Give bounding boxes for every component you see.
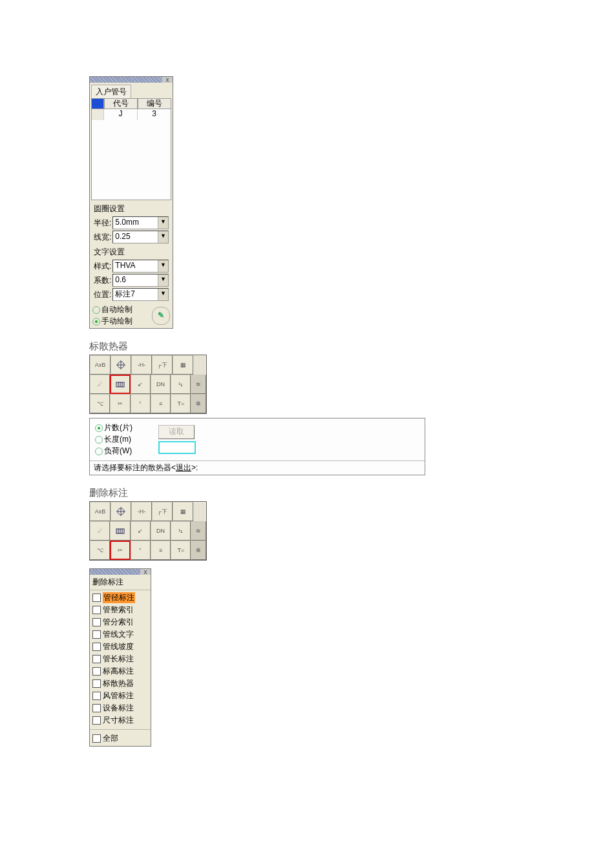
linewidth-value: 0.25 xyxy=(113,231,158,243)
tool-note-icon[interactable]: ᵗ xyxy=(131,394,151,413)
tool-radiator-icon[interactable] xyxy=(110,521,130,541)
checkbox-icon[interactable] xyxy=(92,606,101,614)
annotation-toolbar-1: AxB -H- ┌下 ▦ ☄ ↙ DN ¹₁ ≋ ⌥ ✂ ᵗ ≡ T= ✼ xyxy=(89,355,207,414)
tool-h-icon[interactable]: -H- xyxy=(131,355,152,375)
tool-erase-icon[interactable]: ✂ xyxy=(110,394,130,413)
manual-draw-radio[interactable]: 手动绘制 xyxy=(92,316,132,327)
position-label: 位置: xyxy=(94,289,111,300)
tool-11-icon[interactable]: ¹₁ xyxy=(171,375,191,394)
checkbox-icon[interactable] xyxy=(92,704,101,712)
checkbox-icon[interactable] xyxy=(92,679,101,688)
tool-grid-icon[interactable]: ▦ xyxy=(173,355,193,375)
tool-room-icon[interactable]: ☄ xyxy=(90,375,110,394)
load-label: 负荷(W) xyxy=(104,446,132,457)
tool-target-icon[interactable] xyxy=(111,355,131,375)
read-input[interactable] xyxy=(158,441,196,454)
tool-dn-icon[interactable]: DN xyxy=(151,375,171,394)
tool-floor-icon[interactable]: ⌥ xyxy=(90,541,110,560)
group-title: 文字设置 xyxy=(91,245,171,259)
check-item[interactable]: 管整索引 xyxy=(92,604,148,615)
titlebar-grip[interactable]: x xyxy=(90,569,151,575)
tool-leader-icon[interactable]: ↙ xyxy=(131,521,151,541)
check-item[interactable]: 管分索引 xyxy=(92,617,148,628)
tool-room-icon[interactable]: ☄ xyxy=(90,521,110,541)
tool-frame-icon[interactable]: ┌下 xyxy=(152,355,173,375)
tool-frame-icon[interactable]: ┌下 xyxy=(152,502,173,521)
tool-11-icon[interactable]: ¹₁ xyxy=(171,521,191,541)
check-item[interactable]: 管径标注 xyxy=(92,592,148,603)
tool-grid-icon[interactable]: ▦ xyxy=(173,502,193,521)
tool-text-icon[interactable]: T= xyxy=(171,541,191,560)
length-radio[interactable]: 长度(m) xyxy=(95,434,132,445)
tool-dn-icon[interactable]: DN xyxy=(151,521,171,541)
checkbox-icon[interactable] xyxy=(92,716,101,725)
tool-stack-icon[interactable]: ≋ xyxy=(191,375,206,394)
tool-text-icon[interactable]: T= xyxy=(171,394,191,413)
tool-h-icon[interactable]: -H- xyxy=(131,502,152,521)
checkbox-icon[interactable] xyxy=(92,692,101,700)
tool-leader-icon[interactable]: ↙ xyxy=(131,375,151,394)
auto-draw-radio[interactable]: 自动绘制 xyxy=(92,304,132,315)
tool-radiator-icon[interactable] xyxy=(110,375,130,394)
col-code[interactable]: 代号 xyxy=(104,98,138,109)
check-item[interactable]: 设备标注 xyxy=(92,703,148,714)
style-select[interactable]: THVA ▼ xyxy=(112,260,169,273)
checkbox-icon[interactable] xyxy=(92,655,101,663)
tool-erase-icon[interactable]: ✂ xyxy=(110,541,130,560)
read-button[interactable]: 读取 xyxy=(158,425,195,439)
checkbox-icon[interactable] xyxy=(92,618,101,626)
tool-axb-icon[interactable]: AxB xyxy=(90,355,111,375)
close-icon[interactable]: x xyxy=(162,77,173,83)
text-settings-group: 文字设置 样式: THVA ▼ 系数: 0.6 ▼ 位置: 标注7 ▼ xyxy=(91,245,171,302)
check-item-label: 标散热器 xyxy=(103,678,134,689)
position-value: 标注7 xyxy=(113,289,158,300)
piece-radio[interactable]: 片数(片) xyxy=(95,422,132,433)
table-row[interactable]: J 3 xyxy=(92,109,171,120)
checkbox-icon[interactable] xyxy=(92,667,101,676)
check-item[interactable]: 风管标注 xyxy=(92,690,148,701)
checkbox-icon[interactable] xyxy=(92,643,101,651)
linewidth-select[interactable]: 0.25 ▼ xyxy=(112,231,169,243)
linewidth-label: 线宽: xyxy=(94,232,111,243)
check-item[interactable]: 标高标注 xyxy=(92,666,148,677)
tool-gear-icon[interactable]: ✼ xyxy=(191,541,206,560)
radiator-options-panel: 片数(片) 长度(m) 负荷(W) 读取 请选择要标注的散热器<退出>: xyxy=(89,418,425,475)
titlebar-grip[interactable]: x xyxy=(90,77,173,83)
panel-tab[interactable]: 入户管号 xyxy=(91,85,131,98)
close-icon[interactable]: x xyxy=(140,569,151,575)
check-item[interactable]: 管长标注 xyxy=(92,654,148,665)
tool-gear-icon[interactable]: ✼ xyxy=(191,394,206,413)
coef-select[interactable]: 0.6 ▼ xyxy=(112,274,169,287)
section-heading-radiator: 标散热器 xyxy=(89,340,614,353)
apply-icon[interactable]: ✎ xyxy=(152,307,170,325)
radius-select[interactable]: 5.0mm ▼ xyxy=(112,216,169,229)
check-item[interactable]: 标散热器 xyxy=(92,678,148,689)
check-all[interactable]: 全部 xyxy=(92,733,148,744)
checkbox-icon[interactable] xyxy=(92,594,101,602)
tool-target-icon[interactable] xyxy=(111,502,131,521)
tool-axb-icon[interactable]: AxB xyxy=(90,502,111,521)
check-item[interactable]: 管线坡度 xyxy=(92,641,148,652)
color-swatch[interactable] xyxy=(91,98,104,109)
checkbox-icon[interactable] xyxy=(92,630,101,639)
chevron-down-icon[interactable]: ▼ xyxy=(158,274,168,286)
manual-draw-label: 手动绘制 xyxy=(101,316,132,327)
chevron-down-icon[interactable]: ▼ xyxy=(158,260,168,272)
load-radio[interactable]: 负荷(W) xyxy=(95,446,132,457)
exit-link[interactable]: 退出 xyxy=(176,463,191,472)
check-item[interactable]: 管线文字 xyxy=(92,629,148,640)
check-item[interactable]: 尺寸标注 xyxy=(92,715,148,726)
chevron-down-icon[interactable]: ▼ xyxy=(158,289,168,300)
tool-note-icon[interactable]: ᵗ xyxy=(131,541,151,560)
tool-move-icon[interactable]: ≡ xyxy=(151,394,171,413)
chevron-down-icon[interactable]: ▼ xyxy=(158,231,168,243)
checkbox-icon[interactable] xyxy=(92,734,101,743)
tool-stack-icon[interactable]: ≋ xyxy=(191,521,206,541)
command-prompt: 请选择要标注的散热器<退出>: xyxy=(90,460,425,475)
tool-floor-icon[interactable]: ⌥ xyxy=(90,394,110,413)
tool-move-icon[interactable]: ≡ xyxy=(151,541,171,560)
chevron-down-icon[interactable]: ▼ xyxy=(158,217,168,229)
col-number[interactable]: 编号 xyxy=(138,98,171,109)
annotation-toolbar-2: AxB -H- ┌下 ▦ ☄ ↙ DN ¹₁ ≋ ⌥ ✂ ᵗ ≡ T= ✼ xyxy=(89,501,207,561)
position-select[interactable]: 标注7 ▼ xyxy=(112,288,169,301)
